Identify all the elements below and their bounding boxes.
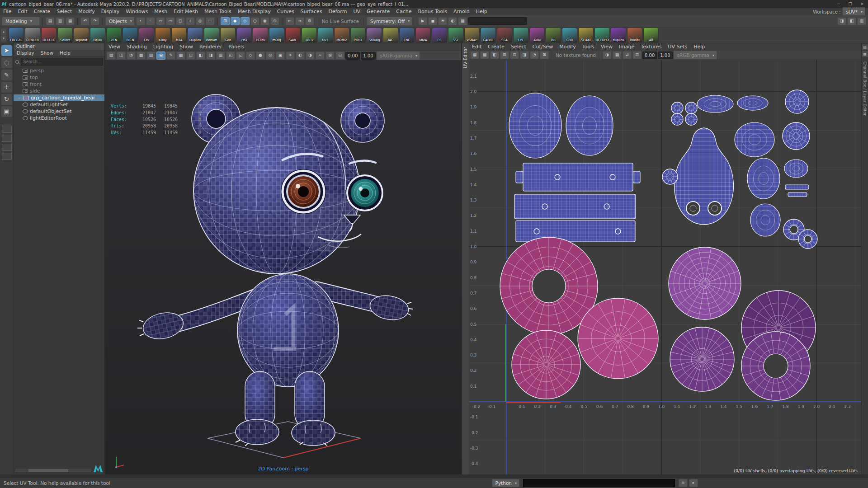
- xray-icon[interactable]: ⊠: [326, 52, 335, 60]
- rotate-tool[interactable]: ↻: [1, 94, 12, 105]
- layout-outliner-persp-button[interactable]: [2, 153, 12, 160]
- outliner-item-top[interactable]: top: [14, 74, 104, 81]
- wireframe-on-shaded-icon[interactable]: ◎: [266, 52, 275, 60]
- outliner-item-grp_cartoon_bipedal_bear[interactable]: ▸grp_cartoon_bipedal_bear: [14, 94, 104, 101]
- gate-mask-icon[interactable]: ◨: [206, 52, 215, 60]
- uv-menu-edit[interactable]: Edit: [469, 43, 485, 51]
- mask-points-icon[interactable]: ∙: [136, 17, 145, 25]
- shelf-item-geo[interactable]: Geo: [220, 28, 236, 43]
- menu-mesh[interactable]: Mesh: [151, 8, 170, 15]
- uv-grid-icon[interactable]: ⊞: [500, 51, 509, 59]
- menu-display[interactable]: Display: [98, 8, 123, 15]
- menu-generate[interactable]: Generate: [363, 8, 393, 15]
- viewport-exposure-field[interactable]: 0.00: [345, 52, 360, 60]
- outliner-item-front[interactable]: front: [14, 81, 104, 88]
- outliner-item-lightEditorRoot[interactable]: lightEditorRoot: [14, 115, 104, 122]
- outliner-menu-help[interactable]: Help: [57, 50, 74, 56]
- menu-arnold[interactable]: Arnold: [450, 8, 473, 15]
- uv-menu-modify[interactable]: Modify: [556, 43, 579, 51]
- shelf-item-vsnap[interactable]: vSNAP: [464, 28, 480, 43]
- shelf-item-iac[interactable]: IAC: [383, 28, 398, 43]
- safe-title-icon[interactable]: ◱: [236, 52, 245, 60]
- uv-menu-image[interactable]: Image: [616, 43, 637, 51]
- shelf-item-center[interactable]: CENTER: [25, 28, 40, 43]
- select-tool[interactable]: ➤: [1, 45, 12, 56]
- outliner-menu-display[interactable]: Display: [14, 50, 38, 56]
- snap-point-icon[interactable]: ◆: [231, 17, 240, 25]
- outliner-item-defaultLightSet[interactable]: defaultLightSet: [14, 101, 104, 108]
- snap-grid-icon[interactable]: ⊞: [221, 17, 230, 25]
- shelf-item-separat[interactable]: separat: [74, 28, 89, 43]
- uv-menu-help[interactable]: Help: [690, 43, 708, 51]
- channel-box-toggle-icon[interactable]: ▤: [862, 44, 868, 50]
- menu-set-selector[interactable]: Modeling: [2, 17, 40, 26]
- lock-camera-icon[interactable]: ◫: [117, 52, 126, 60]
- shelf-item-bicn[interactable]: BiCN: [123, 28, 138, 43]
- mask-plus-icon[interactable]: +: [186, 17, 195, 25]
- scale-tool[interactable]: ▣: [1, 106, 12, 117]
- shelf-item-ssa[interactable]: SSA: [497, 28, 512, 43]
- mask-faces-icon[interactable]: ▱: [156, 17, 165, 25]
- expand-arrow-icon[interactable]: ▸: [17, 96, 22, 100]
- command-shell-icon[interactable]: ▸: [689, 479, 698, 487]
- save-scene-icon[interactable]: ▦: [66, 17, 75, 25]
- mask-rendering-icon[interactable]: ◎: [196, 17, 205, 25]
- mask-objects-icon[interactable]: ◻: [176, 17, 185, 25]
- view-transform-icon[interactable]: ▦: [613, 51, 622, 59]
- shelf-item-duplica[interactable]: Duplica: [188, 28, 203, 43]
- grid-toggle-icon[interactable]: ▩: [176, 52, 185, 60]
- layout-two-pane-button[interactable]: [2, 135, 12, 142]
- uv-menu-uv-sets[interactable]: UV Sets: [665, 43, 690, 51]
- shelf-item-salwag[interactable]: Salwag: [367, 28, 382, 43]
- shelf-item-adn[interactable]: ADN: [529, 28, 545, 43]
- render-settings-icon[interactable]: ☀: [438, 17, 447, 25]
- outliner-menu-show[interactable]: Show: [38, 50, 57, 56]
- menu-help[interactable]: Help: [473, 8, 491, 15]
- input-operations-icon[interactable]: ⇤: [285, 17, 294, 25]
- menu-mesh-display[interactable]: Mesh Display: [235, 8, 274, 15]
- uv-menu-select[interactable]: Select: [508, 43, 529, 51]
- use-all-lights-icon[interactable]: ☀: [286, 52, 295, 60]
- viewport-menu-view[interactable]: View: [105, 43, 123, 51]
- shelf-item-cbr[interactable]: CBR: [562, 28, 577, 43]
- move-tool[interactable]: ✛: [1, 82, 12, 93]
- uv-menu-cut-sew[interactable]: Cut/Sew: [529, 43, 556, 51]
- isolate-select-uv-icon[interactable]: ⊠: [540, 51, 549, 59]
- shelf-item-sst[interactable]: SST: [448, 28, 463, 43]
- menu-select[interactable]: Select: [53, 8, 75, 15]
- redo-icon[interactable]: ↷: [90, 17, 99, 25]
- menu-file[interactable]: File: [0, 8, 14, 15]
- outliner-item-defaultObjectSet[interactable]: defaultObjectSet: [14, 108, 104, 115]
- shelf-item-fpe[interactable]: FPE: [513, 28, 528, 43]
- uv-menu-textures[interactable]: Textures: [637, 43, 665, 51]
- menu-cache[interactable]: Cache: [393, 8, 415, 15]
- shelf-item-mta[interactable]: MTA: [171, 28, 187, 43]
- command-line-input[interactable]: [523, 479, 675, 487]
- uv-canvas-svg[interactable]: 2.12.01.91.81.71.61.51.41.31.21.11.00.90…: [469, 60, 861, 474]
- shelf-item-pro[interactable]: PrO: [236, 28, 252, 43]
- shadows-icon[interactable]: ◐: [296, 52, 305, 60]
- menu-modify[interactable]: Modify: [75, 8, 98, 15]
- render-current-frame-icon[interactable]: ▶: [418, 17, 427, 25]
- menu-uv[interactable]: UV: [350, 8, 363, 15]
- uv-menu-create[interactable]: Create: [485, 43, 508, 51]
- resolution-gate-icon[interactable]: ◧: [196, 52, 205, 60]
- uv-menu-tools[interactable]: Tools: [579, 43, 598, 51]
- menu-edit-mesh[interactable]: Edit Mesh: [170, 8, 201, 15]
- shelf-item-shaki[interactable]: SHAKI: [578, 28, 594, 43]
- viewport-menu-shading[interactable]: Shading: [123, 43, 150, 51]
- uv-gamma-field[interactable]: 1.00: [658, 52, 672, 59]
- frame-all-uv-icon[interactable]: ⊟: [632, 51, 642, 59]
- shelf-item-fnc[interactable]: FNC: [399, 28, 415, 43]
- outliner-hscrollbar[interactable]: [14, 468, 92, 473]
- shelf-item-mma[interactable]: MMA: [415, 28, 431, 43]
- safe-action-icon[interactable]: ◰: [226, 52, 235, 60]
- shelf-item-mobj[interactable]: mOBJ: [269, 28, 284, 43]
- menu-deform[interactable]: Deform: [325, 8, 350, 15]
- workspace-selector[interactable]: sUV*: [842, 7, 865, 16]
- field-chart-icon[interactable]: ▥: [216, 52, 225, 60]
- camera-attributes-icon[interactable]: ◔: [127, 52, 136, 60]
- scroll-thumb[interactable]: [28, 469, 68, 472]
- isolate-select-icon[interactable]: ⊡: [335, 52, 344, 60]
- shelf-item-save[interactable]: SAVE: [285, 28, 301, 43]
